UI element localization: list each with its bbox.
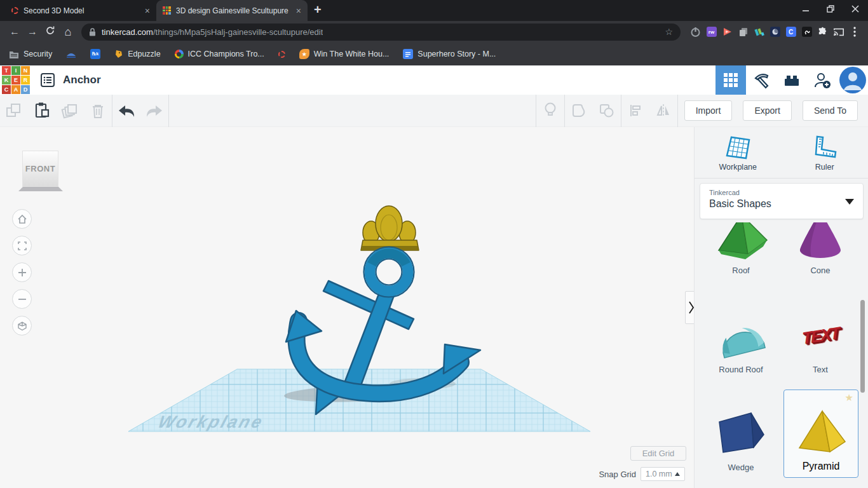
tab2-tinkercad-favicon-icon — [163, 6, 171, 15]
url-path: /things/hMpa5jsHalj-gainesville-scultupu… — [153, 27, 323, 37]
home-view-button[interactable] — [12, 209, 32, 229]
ext-papers-icon[interactable] — [736, 25, 750, 39]
shape-tile-pyramid-selected[interactable]: ★ Pyramid — [783, 390, 858, 478]
group-button[interactable] — [565, 95, 593, 127]
url-domain: tinkercad.com — [102, 27, 153, 37]
delete-button[interactable] — [84, 95, 112, 127]
zoom-out-button[interactable] — [12, 289, 32, 309]
bookmark-wave[interactable] — [66, 50, 76, 58]
tab1-close-icon[interactable]: × — [145, 6, 150, 15]
caret-down-icon — [845, 199, 854, 205]
roof-shape-icon — [712, 222, 770, 262]
export-button[interactable]: Export — [743, 100, 791, 121]
shape-tile-cone[interactable]: Cone — [783, 222, 858, 275]
tab2-close-icon[interactable]: × — [296, 6, 301, 15]
lego-export-button[interactable] — [776, 65, 807, 95]
shape-tile-text[interactable]: TEXT Text — [783, 310, 858, 374]
close-window-button[interactable] — [851, 5, 859, 13]
favorite-star-icon[interactable]: ★ — [845, 392, 853, 403]
copy-icon — [6, 102, 22, 119]
snap-grid-select[interactable]: 1.0 mm — [641, 467, 685, 481]
ext-moon-icon[interactable] — [768, 25, 782, 39]
ext-readwrite-icon[interactable]: rw — [704, 25, 719, 39]
panel-scrollbar[interactable] — [860, 300, 865, 393]
dashboard-grid-button[interactable] — [715, 65, 746, 95]
ext-power-icon[interactable] — [688, 25, 703, 39]
url-input[interactable]: tinkercad.com/things/hMpa5jsHalj-gainesv… — [81, 24, 681, 41]
send-to-button[interactable]: Send To — [803, 100, 858, 121]
ruler-tool-icon — [811, 134, 839, 159]
grid-icon — [723, 72, 738, 88]
copy-button[interactable] — [0, 95, 28, 127]
view-cube-face-label: FRONT — [25, 164, 55, 173]
tinkercad-logo[interactable]: TIN KER CAD — [2, 66, 30, 94]
bookmark-dashed[interactable] — [278, 51, 285, 58]
fit-view-icon — [17, 240, 28, 252]
home-view-icon — [17, 214, 28, 225]
round-roof-shape-icon — [712, 311, 770, 361]
crown[interactable] — [361, 206, 419, 250]
edpuzzle-icon — [114, 50, 123, 58]
shape-tile-wedge[interactable]: Wedge — [703, 408, 778, 472]
bookmark-label: Win The White Hou... — [314, 50, 390, 58]
folder-icon — [9, 50, 19, 58]
browser-menu-kebab-icon[interactable] — [847, 25, 862, 39]
wedge-shape-icon — [714, 409, 768, 459]
design-properties-icon[interactable] — [40, 72, 55, 88]
ext-play-icon[interactable] — [720, 25, 735, 39]
restore-button[interactable] — [827, 5, 834, 13]
undo-button[interactable] — [112, 95, 140, 127]
bookmark-security[interactable]: Security — [9, 50, 52, 58]
ext-clever-icon[interactable]: C — [783, 25, 798, 39]
ungroup-button[interactable] — [593, 95, 621, 127]
text-shape-icon: TEXT — [801, 323, 839, 348]
mirror-button[interactable] — [649, 95, 677, 127]
bookmark-star-icon[interactable]: ☆ — [665, 27, 673, 37]
minecraft-export-button[interactable] — [746, 65, 776, 95]
duplicate-button[interactable] — [56, 95, 84, 127]
paste-icon — [34, 102, 50, 119]
paste-button[interactable] — [28, 95, 56, 127]
forward-icon[interactable]: → — [24, 26, 41, 37]
show-all-button[interactable] — [536, 95, 564, 127]
edit-grid-label: Edit Grid — [642, 449, 675, 458]
shape-library-dropdown[interactable]: Tinkercad Basic Shapes — [700, 183, 864, 219]
ext-dark-mascot-icon[interactable] — [799, 25, 814, 39]
view-cube[interactable]: FRONT — [22, 151, 58, 187]
ruler-tool[interactable]: Ruler — [782, 127, 868, 178]
shape-tile-roof[interactable]: Roof — [703, 222, 778, 275]
bookmark-superhero-story[interactable]: Superhero Story - M... — [403, 49, 496, 59]
new-tab-button[interactable]: + — [314, 3, 322, 17]
bookmark-icc[interactable]: ICC Champions Tro... — [175, 50, 264, 58]
tab-gainesville-sculpture[interactable]: 3D design Gainesville Scultupure × — [156, 0, 308, 21]
minimize-button[interactable] — [802, 5, 810, 13]
align-button[interactable] — [621, 95, 649, 127]
extensions-puzzle-icon[interactable] — [815, 25, 830, 39]
shape-tile-round-roof[interactable]: Round Roof — [703, 310, 778, 374]
snap-grid-label: Snap Grid — [599, 470, 636, 479]
edit-grid-button[interactable]: Edit Grid — [630, 446, 686, 461]
bookmark-pk[interactable]: ℞k — [90, 49, 100, 59]
scene-svg[interactable]: Workplane — [0, 127, 694, 488]
fit-view-button[interactable] — [12, 236, 32, 255]
back-icon[interactable]: ← — [6, 26, 23, 37]
snap-grid-value: 1.0 mm — [646, 470, 672, 478]
ext-slashes-icon[interactable] — [752, 25, 766, 39]
pickaxe-icon — [752, 71, 770, 89]
orange-star-icon: ★ — [299, 49, 309, 59]
share-invite-button[interactable] — [807, 65, 837, 95]
reload-icon[interactable] — [42, 25, 58, 38]
workplane-tool[interactable]: Workplane — [695, 127, 782, 178]
redo-button[interactable] — [140, 95, 168, 127]
cast-icon[interactable] — [831, 25, 846, 39]
account-avatar[interactable] — [837, 65, 868, 95]
home-icon[interactable]: ⌂ — [60, 25, 76, 39]
bookmark-edpuzzle[interactable]: Edpuzzle — [114, 50, 160, 58]
mirror-icon — [655, 103, 672, 118]
zoom-in-button[interactable] — [12, 262, 32, 282]
tab-second-3d-model[interactable]: Second 3D Model × — [5, 0, 156, 21]
bookmark-win-white-house[interactable]: ★ Win The White Hou... — [299, 49, 390, 59]
perspective-toggle-button[interactable] — [12, 316, 32, 336]
import-button[interactable]: Import — [684, 100, 733, 121]
3d-viewport[interactable]: Workplane — [0, 127, 694, 488]
